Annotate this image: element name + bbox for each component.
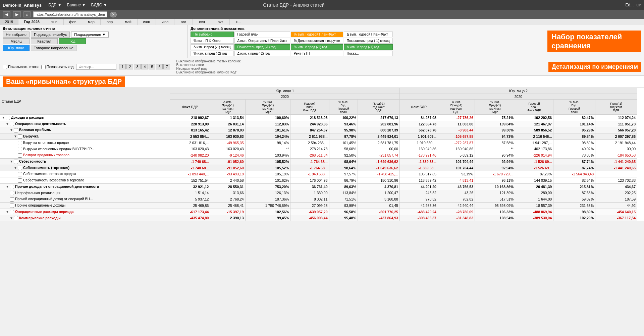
value-cell: 89,84% — [553, 133, 595, 140]
row-checkbox[interactable] — [10, 210, 14, 214]
back-button[interactable]: ◀ — [3, 11, 10, 17]
row-checkbox[interactable] — [6, 116, 10, 120]
value-cell: -601 776,25 — [358, 209, 399, 215]
page-btn-2[interactable]: 2 — [126, 64, 133, 69]
ind-not-selected[interactable]: Не выбрано — [191, 32, 234, 37]
month-cell[interactable]: мар — [82, 19, 101, 25]
row-checkbox[interactable] — [18, 134, 22, 139]
page-btn-6[interactable]: 6 — [156, 64, 163, 69]
config-quarter[interactable]: Квартал — [31, 38, 58, 44]
value-cell: 2 553 854... — [170, 133, 210, 140]
nav-bdds[interactable]: БДДС ▼ — [91, 3, 107, 7]
row-checkbox[interactable] — [18, 141, 22, 145]
row-checkbox[interactable] — [10, 185, 14, 189]
year-2019[interactable]: 2019 — [0, 19, 18, 25]
ind-pokaz[interactable]: Показ... — [344, 51, 393, 56]
config-legal-entity[interactable]: Юр. лицо — [3, 45, 30, 51]
article-name-cell: ▼Операционные расходы периода — [0, 209, 170, 215]
ind-pct-pf-oper[interactable]: % вып. П-Ф Опер — [191, 38, 234, 44]
month-cell[interactable]: май — [119, 19, 138, 25]
month-cell[interactable]: окт — [211, 19, 230, 25]
config-month[interactable]: Месяц — [3, 38, 30, 44]
ind-delta-operative-planfact[interactable]: Δ вып. Оперативный План-Факт — [234, 38, 290, 44]
config-year[interactable]: Год — [59, 38, 86, 44]
ind-delta-annual-planfact[interactable]: Δ вып. Годовой План-Факт — [344, 32, 393, 37]
row-checkbox[interactable] — [14, 128, 18, 132]
expand-icon[interactable]: ▼ — [2, 116, 5, 119]
close-tab-button[interactable]: ✕ — [110, 12, 117, 17]
ind-prev-month[interactable]: Показатель пред (-1) месяц — [344, 38, 393, 44]
value-cell: 40,02% — [553, 146, 595, 152]
show-code-checkbox[interactable]: Показывать код — [41, 65, 74, 69]
ind-delta-prev-month[interactable]: Δ изм. к пред (-1) месяц — [191, 44, 234, 50]
value-cell: -1 564 943,48 — [553, 171, 595, 177]
ind-pct-share[interactable]: % Доля показателя к выручке — [291, 38, 343, 44]
config-subdivision-buh[interactable]: ПодразделениеБух — [31, 32, 70, 38]
expand-icon[interactable]: ▼ — [14, 134, 17, 138]
expand-icon[interactable]: ▼ — [10, 216, 13, 220]
ind-pct-prev2-year[interactable]: % изм. к пред (-2) год — [191, 51, 234, 56]
home-button[interactable]: ⌂ — [23, 11, 31, 17]
month-cell[interactable]: авг — [174, 19, 193, 25]
month-cell[interactable]: фев — [64, 19, 82, 25]
month-cell[interactable]: н... — [230, 19, 248, 25]
ind-renttn[interactable]: Рент-тьТН — [291, 51, 343, 56]
value-cell: 42 940,44 — [438, 203, 475, 209]
table-row: ▼Себестоимость-1 740 68...-91 052,60105,… — [0, 159, 637, 165]
row-checkbox[interactable] — [10, 204, 14, 208]
expand-icon[interactable]: ▼ — [6, 185, 9, 188]
row-checkbox[interactable] — [10, 122, 14, 126]
ind-prev-year[interactable]: Показатель пред (-1) год — [234, 44, 290, 50]
row-checkbox[interactable] — [18, 153, 22, 158]
row-checkbox[interactable] — [18, 166, 22, 170]
nav-bdr[interactable]: БДР ▼ — [48, 3, 61, 7]
row-checkbox[interactable] — [14, 160, 18, 164]
month-cell[interactable]: апр — [101, 19, 119, 25]
forward-button[interactable]: ▶ — [13, 11, 21, 17]
expand-icon[interactable]: ▼ — [6, 210, 9, 214]
value-cell: 86,79% — [329, 177, 358, 184]
row-checkbox[interactable] — [18, 147, 22, 151]
filter-input[interactable] — [76, 64, 116, 70]
ind-delta-prev2-year[interactable]: Δ изм. к пред (-2) год — [234, 51, 290, 56]
th-delta-prev-1: Δ изм.Пред(-1)год ФактБДР — [210, 100, 245, 115]
page-title: Статьи БДР - Анализ статей — [263, 2, 324, 8]
page-btn-7[interactable]: 7 — [163, 64, 170, 69]
row-checkbox[interactable] — [14, 216, 18, 220]
row-checkbox[interactable] — [10, 197, 14, 202]
page-btn-3[interactable]: 3 — [134, 64, 141, 69]
config-not-selected[interactable]: Не выбрано — [3, 32, 30, 38]
value-cell: -93 493,18 — [210, 171, 245, 177]
ind-pct-annual-planfact[interactable]: % вып. Годовой План-Факт — [291, 32, 343, 37]
month-cell[interactable]: июл — [156, 19, 174, 25]
ind-delta-prev-year[interactable]: Δ изм. к пред (-1) год — [344, 44, 393, 50]
value-cell: 2 007 297,86 — [595, 133, 637, 140]
show-totals-checkbox[interactable]: Показывать итоги — [3, 65, 39, 69]
expand-icon[interactable]: ▼ — [6, 122, 9, 126]
expand-icon[interactable]: ▼ — [10, 128, 13, 132]
ind-pct-prev-year[interactable]: % изм. к пред (-1) год — [291, 44, 343, 50]
url-bar[interactable] — [33, 11, 107, 17]
row-checkbox[interactable] — [18, 172, 22, 176]
value-cell: 95,48% — [329, 215, 358, 221]
value-cell: 103,94% — [245, 152, 290, 159]
row-checkbox[interactable] — [10, 191, 14, 195]
article-name-text: Выручка от оптовых продаж — [23, 141, 69, 145]
page-btn-1[interactable]: 1 — [119, 64, 126, 69]
month-cell[interactable]: июн — [138, 19, 156, 25]
value-cell: -105 687,88 — [438, 133, 475, 140]
value-cell: 112,83% — [245, 121, 290, 127]
toggle-on[interactable]: On — [636, 3, 641, 7]
config-product-direction[interactable]: Товарное направление — [31, 45, 76, 51]
expand-icon[interactable]: ▼ — [14, 166, 17, 170]
value-cell: -240 982,20 — [170, 152, 210, 159]
expand-icon[interactable]: ▼ — [10, 160, 13, 163]
month-cell[interactable]: янв — [45, 19, 64, 25]
month-cell[interactable]: сен — [193, 19, 211, 25]
row-checkbox[interactable] — [18, 178, 22, 183]
config-subdivision[interactable]: Подразделение ▼ — [71, 32, 109, 38]
nav-balance[interactable]: Баланс ▼ — [67, 3, 86, 7]
page-btn-4[interactable]: 4 — [141, 64, 148, 69]
page-btn-5[interactable]: 5 — [149, 64, 155, 69]
ind-annual-plan[interactable]: Годовой план — [234, 32, 290, 37]
